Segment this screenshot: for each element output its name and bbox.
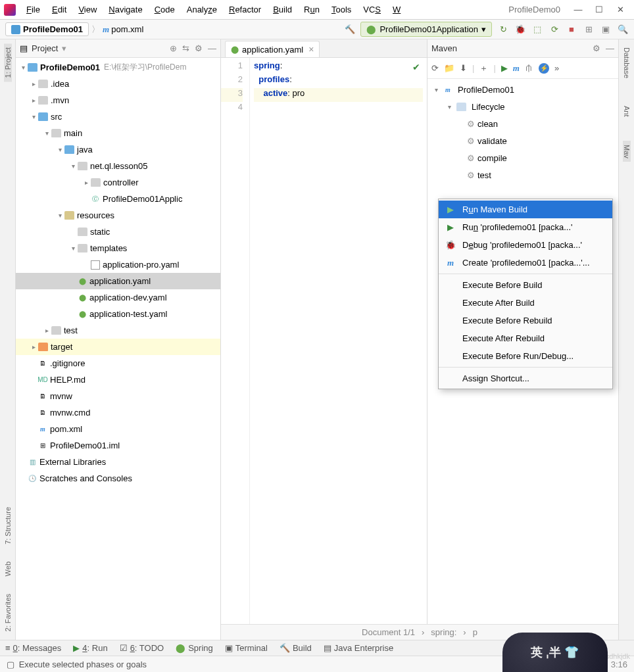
run-config-selector[interactable]: ⬤ ProfileDemo01Application ▾ — [360, 22, 492, 37]
breadcrumb-doc[interactable]: Document 1/1 — [362, 627, 415, 637]
maven-goal-clean[interactable]: clean — [477, 119, 498, 129]
tree-node-mvn[interactable]: .mvn — [51, 95, 69, 105]
project-panel-title[interactable]: Project — [32, 43, 58, 53]
menu-view[interactable]: View — [73, 2, 102, 17]
code-area[interactable]: spring: profiles: active: pro — [250, 58, 427, 658]
menu-vcs[interactable]: VCS — [358, 2, 386, 17]
tree-node-pom[interactable]: pom.xml — [50, 424, 82, 434]
menu-refactor[interactable]: Refactor — [224, 2, 266, 17]
stop-icon[interactable]: ■ — [566, 24, 577, 36]
editor-tab-application-yaml[interactable]: ⬤ application.yaml × — [225, 41, 320, 57]
tool-run[interactable]: ▶4: Run — [73, 643, 107, 653]
menu-window[interactable]: W — [387, 2, 406, 17]
breadcrumb-node[interactable]: spring: — [431, 627, 456, 637]
tree-node-yaml-pro[interactable]: application-pro.yaml — [103, 260, 179, 270]
reimport-icon[interactable]: ⟳ — [431, 63, 439, 73]
close-button[interactable]: ✕ — [610, 2, 630, 18]
maven-icon[interactable]: m — [513, 63, 520, 74]
chevron-down-icon[interactable]: ▾ — [62, 43, 66, 53]
status-caret-position[interactable]: 3:16 — [611, 660, 627, 669]
tree-node-controller[interactable]: controller — [103, 178, 138, 187]
tree-node-static[interactable]: static — [90, 227, 110, 237]
ctx-exec-after-build[interactable]: Execute After Build — [439, 294, 612, 312]
ctx-run-profiledemo[interactable]: ▶Run 'profiledemo01 [packa...' — [439, 218, 612, 236]
hide-icon[interactable]: — — [208, 43, 216, 53]
ctx-exec-before-build[interactable]: Execute Before Build — [439, 276, 612, 294]
tool-todo[interactable]: ☑6: TODO — [120, 643, 164, 653]
ctx-exec-after-rebuild[interactable]: Execute After Rebuild — [439, 329, 612, 347]
breadcrumb-file[interactable]: m pom.xml — [103, 24, 143, 35]
status-icon[interactable]: ▢ — [7, 660, 14, 669]
menu-code[interactable]: Code — [149, 2, 180, 17]
ctx-create-profiledemo[interactable]: mCreate 'profiledemo01 [packa...'... — [439, 254, 612, 272]
tool-messages[interactable]: ≡0: Messages — [5, 643, 61, 653]
ctx-exec-before-rebuild[interactable]: Execute Before Rebuild — [439, 312, 612, 329]
tree-node-mvnw[interactable]: mvnw — [50, 391, 72, 401]
run-icon[interactable]: ↻ — [497, 24, 509, 36]
tree-node-resources[interactable]: resources — [77, 210, 114, 220]
more-icon[interactable]: » — [554, 63, 559, 73]
strip-tab-maven[interactable]: Mav — [623, 141, 631, 162]
ctx-run-maven-build[interactable]: ▶Run Maven Build — [439, 201, 612, 218]
ctx-exec-before-run-debug[interactable]: Execute Before Run/Debug... — [439, 347, 612, 365]
close-icon[interactable]: × — [308, 44, 314, 55]
tree-node-templates[interactable]: templates — [90, 243, 127, 253]
maven-goal-test[interactable]: test — [477, 170, 491, 180]
maximize-button[interactable]: ☐ — [589, 2, 609, 18]
tool-terminal[interactable]: ▣Terminal — [225, 643, 268, 653]
project-tree[interactable]: ▾ProfileDemo01E:\框架学习\ProfileDem ▸.idea … — [16, 58, 220, 658]
toggle-icon[interactable]: ⫛ — [525, 63, 533, 73]
tree-node-java[interactable]: java — [77, 145, 93, 155]
tree-node-application-class[interactable]: ProfileDemo01Applic — [103, 194, 182, 204]
profile-icon[interactable]: ⟳ — [549, 24, 560, 36]
maven-goal-validate[interactable]: validate — [477, 136, 507, 146]
strip-tab-structure[interactable]: 7: Structure — [4, 503, 12, 548]
breadcrumb-node[interactable]: p — [473, 627, 477, 637]
tree-node-main[interactable]: main — [64, 128, 82, 138]
breadcrumb-project[interactable]: ProfileDemo01 — [5, 22, 89, 36]
download-icon[interactable]: ⬇ — [460, 63, 467, 73]
tree-node-help[interactable]: HELP.md — [50, 375, 85, 385]
build-icon[interactable]: 🔨 — [345, 24, 355, 34]
ctx-debug-profiledemo[interactable]: 🐞Debug 'profiledemo01 [packa...' — [439, 236, 612, 254]
coverage-icon[interactable]: ⬚ — [531, 24, 543, 36]
strip-tab-ant[interactable]: Ant — [623, 102, 631, 121]
tree-node-external-libraries[interactable]: External Libraries — [39, 457, 106, 467]
menu-file[interactable]: File — [21, 2, 45, 17]
tree-node-iml[interactable]: ProfileDemo01.iml — [50, 441, 120, 450]
maven-lifecycle-label[interactable]: Lifecycle — [472, 102, 505, 112]
tree-node-src[interactable]: src — [51, 112, 62, 122]
hide-icon[interactable]: — — [606, 43, 614, 53]
strip-tab-favorites[interactable]: 2: Favorites — [4, 590, 12, 635]
tree-node-yaml-main[interactable]: application.yaml — [89, 276, 151, 286]
inspection-ok-icon[interactable]: ✔ — [412, 62, 420, 72]
tool-java-enterprise[interactable]: ▤Java Enterprise — [324, 643, 393, 653]
maven-project-label[interactable]: ProfileDemo01 — [458, 85, 514, 95]
menu-analyze[interactable]: Analyze — [182, 2, 222, 17]
settings-icon[interactable]: ⚙ — [195, 43, 203, 53]
tree-node-test[interactable]: test — [64, 325, 78, 335]
menu-build[interactable]: Build — [268, 2, 297, 17]
strip-tab-web[interactable]: Web — [4, 558, 12, 580]
menu-tools[interactable]: Tools — [326, 2, 356, 17]
menu-navigate[interactable]: Navigate — [103, 2, 147, 17]
tree-node-scratches[interactable]: Scratches and Consoles — [39, 473, 132, 483]
tree-node-gitignore[interactable]: .gitignore — [50, 358, 85, 368]
tool-spring[interactable]: ⬤Spring — [176, 643, 213, 653]
tree-node-yaml-dev[interactable]: application-dev.yaml — [89, 293, 167, 302]
editor-body[interactable]: 1234 spring: profiles: active: pro ✔ — [221, 58, 427, 658]
add-icon[interactable]: ＋ — [479, 62, 488, 74]
expand-icon[interactable]: ⇆ — [182, 43, 189, 53]
maven-goal-compile[interactable]: compile — [477, 153, 507, 163]
tree-node-package[interactable]: net.ql.lesson05 — [90, 161, 147, 171]
tool-build[interactable]: 🔨Build — [280, 643, 312, 653]
ctx-assign-shortcut[interactable]: Assign Shortcut... — [439, 370, 612, 387]
structure-icon[interactable]: ⊞ — [583, 24, 595, 36]
tree-node-yaml-test[interactable]: application-test.yaml — [89, 309, 168, 319]
tree-node-target[interactable]: target — [51, 342, 72, 352]
layout-icon[interactable]: ▣ — [600, 24, 612, 36]
minimize-button[interactable]: — — [568, 2, 588, 18]
debug-icon[interactable]: 🐞 — [514, 24, 526, 36]
strip-tab-project[interactable]: 1: Project — [4, 43, 12, 82]
offline-icon[interactable]: ⚡ — [539, 63, 549, 74]
